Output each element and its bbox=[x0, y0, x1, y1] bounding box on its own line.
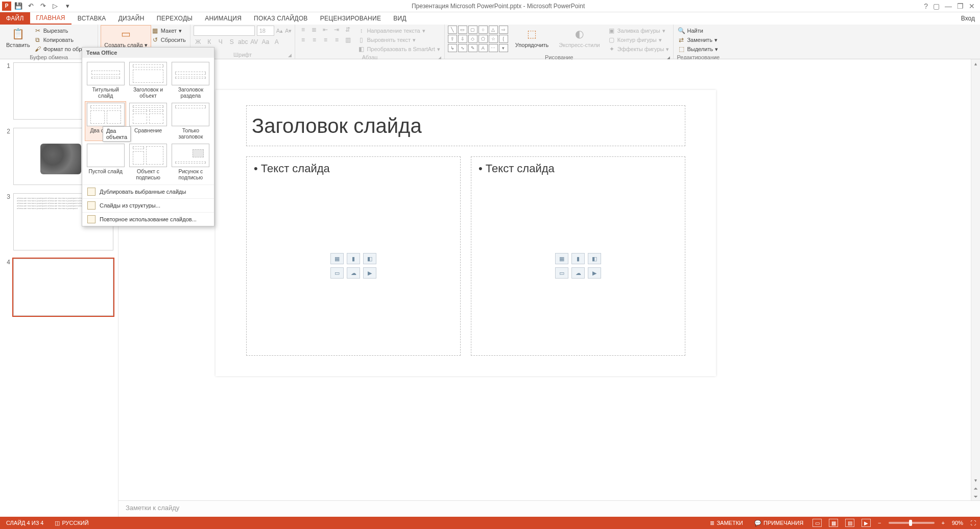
insert-video-icon[interactable]: ▶ bbox=[363, 267, 376, 279]
cut-button[interactable]: ✂Вырезать bbox=[33, 27, 95, 35]
help-icon[interactable]: ? bbox=[924, 2, 928, 10]
find-button[interactable]: 🔍Найти bbox=[677, 27, 719, 35]
shape-line-icon[interactable]: ╲ bbox=[448, 26, 457, 34]
insert-table-icon[interactable]: ▦ bbox=[555, 253, 568, 264]
arrange-button[interactable]: ⬚Упорядочить bbox=[512, 26, 552, 49]
sign-in-link[interactable]: Вход bbox=[956, 12, 980, 25]
next-slide-icon[interactable]: ⏷ bbox=[971, 492, 980, 500]
layout-button[interactable]: ▦Макет ▾ bbox=[151, 27, 187, 35]
align-left-icon[interactable]: ≡ bbox=[298, 36, 307, 44]
new-slide-layout-menu[interactable]: Тема Office Титульный слайд Заголовок и … bbox=[82, 47, 214, 226]
dec-indent-icon[interactable]: ⇤ bbox=[321, 26, 330, 34]
slideshow-view-icon[interactable]: ▶ bbox=[862, 519, 871, 527]
grow-font-icon[interactable]: A▴ bbox=[276, 28, 283, 34]
quick-styles-button[interactable]: ◐Экспресс-стили bbox=[556, 26, 603, 49]
insert-smartart-icon[interactable]: ◧ bbox=[588, 253, 601, 264]
text-direction-button[interactable]: ↕Направление текста ▾ bbox=[356, 27, 441, 35]
shape-roundrect-icon[interactable]: ▢ bbox=[468, 26, 477, 34]
tab-slideshow[interactable]: ПОКАЗ СЛАЙДОВ bbox=[248, 12, 314, 25]
vertical-scrollbar[interactable]: ▴ ▾ ⏶ ⏷ bbox=[971, 59, 980, 500]
font-name-combo[interactable] bbox=[194, 26, 255, 36]
shape-oval-icon[interactable]: ○ bbox=[479, 26, 488, 34]
scroll-down-icon[interactable]: ▾ bbox=[971, 476, 980, 484]
font-size-combo[interactable]: 18 bbox=[257, 26, 274, 36]
shape-effects-button[interactable]: ✦Эффекты фигуры ▾ bbox=[607, 45, 671, 53]
shapes-gallery[interactable]: ╲▭▢○△⇨ ⇧⇩◇⬠☆{ ↳∿✎A⋯▾ bbox=[448, 26, 508, 52]
notes-toggle[interactable]: ≣ЗАМЕТКИ bbox=[708, 520, 745, 526]
shrink-font-icon[interactable]: A▾ bbox=[285, 28, 292, 34]
title-placeholder[interactable]: Заголовок слайда bbox=[246, 105, 685, 146]
layout-two-content[interactable]: Два объекта Два объекта bbox=[85, 102, 126, 141]
columns-icon[interactable]: ▥ bbox=[343, 36, 352, 44]
duplicate-slides-item[interactable]: Дублировать выбранные слайды bbox=[82, 185, 214, 198]
shape-brace-icon[interactable]: { bbox=[499, 35, 508, 43]
layout-picture-caption[interactable]: Рисунок с подписью bbox=[171, 143, 211, 181]
sorter-view-icon[interactable]: ▦ bbox=[829, 519, 838, 527]
reading-view-icon[interactable]: ▤ bbox=[845, 519, 854, 527]
shape-curve-icon[interactable]: ∿ bbox=[458, 44, 467, 52]
slides-from-outline-item[interactable]: Слайды из структуры... bbox=[82, 198, 214, 212]
align-text-button[interactable]: ▯Выровнять текст ▾ bbox=[356, 36, 441, 44]
shape-text-icon[interactable]: A bbox=[479, 44, 488, 52]
layout-title-only[interactable]: Только заголовок bbox=[171, 102, 211, 141]
bold-icon[interactable]: Ж bbox=[194, 38, 203, 46]
thumb-4[interactable]: 4 bbox=[4, 259, 118, 316]
shapes-more-icon[interactable]: ▾ bbox=[499, 44, 508, 52]
font-color-icon[interactable]: A bbox=[272, 38, 281, 46]
tab-review[interactable]: РЕЦЕНЗИРОВАНИЕ bbox=[314, 12, 388, 25]
select-button[interactable]: ⬚Выделить ▾ bbox=[677, 45, 719, 53]
notes-pane[interactable]: Заметки к слайду bbox=[118, 500, 980, 517]
insert-picture-icon[interactable]: ▭ bbox=[555, 267, 568, 279]
layout-section-header[interactable]: Заголовок раздела bbox=[171, 61, 211, 100]
qat-slideshow-icon[interactable]: ▷ bbox=[50, 1, 60, 11]
insert-online-picture-icon[interactable]: ☁ bbox=[347, 267, 360, 279]
minimize-icon[interactable]: — bbox=[945, 2, 952, 10]
insert-picture-icon[interactable]: ▭ bbox=[330, 267, 344, 279]
layout-title-content[interactable]: Заголовок и объект bbox=[128, 61, 168, 100]
copy-button[interactable]: ⧉Копировать bbox=[33, 36, 95, 44]
layout-comparison[interactable]: Сравнение bbox=[128, 102, 168, 141]
align-center-icon[interactable]: ≡ bbox=[309, 36, 319, 44]
layout-content-caption[interactable]: Объект с подписью bbox=[128, 143, 168, 181]
comments-toggle[interactable]: 💬ПРИМЕЧАНИЯ bbox=[752, 520, 805, 526]
smartart-button[interactable]: ◧Преобразовать в SmartArt ▾ bbox=[356, 45, 441, 53]
ribbon-display-options-icon[interactable]: ▢ bbox=[933, 2, 940, 10]
shape-arrowdn-icon[interactable]: ⇩ bbox=[458, 35, 467, 43]
tab-file[interactable]: ФАЙЛ bbox=[0, 12, 30, 25]
shadow-icon[interactable]: abc bbox=[238, 38, 248, 46]
shape-arrowup-icon[interactable]: ⇧ bbox=[448, 35, 457, 43]
qat-save-icon[interactable]: 💾 bbox=[13, 1, 23, 11]
insert-smartart-icon[interactable]: ◧ bbox=[363, 253, 376, 264]
shape-arrow-icon[interactable]: ⇨ bbox=[499, 26, 508, 34]
app-icon[interactable]: P bbox=[2, 2, 11, 11]
zoom-percent[interactable]: 90% bbox=[952, 520, 963, 526]
tab-view[interactable]: ВИД bbox=[387, 12, 413, 25]
shape-rect-icon[interactable]: ▭ bbox=[458, 26, 467, 34]
shape-star-icon[interactable]: ☆ bbox=[489, 35, 498, 43]
shape-more1-icon[interactable]: ⋯ bbox=[489, 44, 498, 52]
zoom-in-icon[interactable]: + bbox=[942, 520, 945, 526]
tab-animation[interactable]: АНИМАЦИЯ bbox=[199, 12, 248, 25]
insert-video-icon[interactable]: ▶ bbox=[588, 267, 601, 279]
tab-insert[interactable]: ВСТАВКА bbox=[71, 12, 112, 25]
justify-icon[interactable]: ≡ bbox=[332, 36, 341, 44]
restore-icon[interactable]: ❐ bbox=[957, 2, 964, 10]
reuse-slides-item[interactable]: Повторное использование слайдов... bbox=[82, 212, 214, 226]
underline-icon[interactable]: Ч bbox=[216, 38, 225, 46]
reset-button[interactable]: ↺Сбросить bbox=[151, 36, 187, 44]
language-indicator[interactable]: ◫РУССКИЙ bbox=[53, 520, 90, 526]
scroll-up-icon[interactable]: ▴ bbox=[971, 59, 980, 67]
tab-transitions[interactable]: ПЕРЕХОДЫ bbox=[151, 12, 199, 25]
zoom-slider[interactable] bbox=[889, 522, 935, 524]
inc-indent-icon[interactable]: ⇥ bbox=[332, 26, 341, 34]
strike-icon[interactable]: S bbox=[227, 38, 236, 46]
line-spacing-icon[interactable]: ⇵ bbox=[343, 26, 352, 34]
qat-customize-icon[interactable]: ▾ bbox=[62, 1, 73, 11]
insert-table-icon[interactable]: ▦ bbox=[330, 253, 344, 264]
layout-title-slide[interactable]: Титульный слайд bbox=[85, 61, 126, 100]
font-dialog-launcher-icon[interactable]: ◢ bbox=[288, 53, 292, 58]
content-placeholder-left[interactable]: • Текст слайда ▦▮◧ ▭☁▶ bbox=[246, 156, 461, 356]
slide-counter[interactable]: СЛАЙД 4 ИЗ 4 bbox=[4, 520, 45, 526]
slide[interactable]: Заголовок слайда • Текст слайда ▦▮◧ ▭☁▶ … bbox=[216, 90, 716, 376]
zoom-out-icon[interactable]: − bbox=[878, 520, 881, 526]
